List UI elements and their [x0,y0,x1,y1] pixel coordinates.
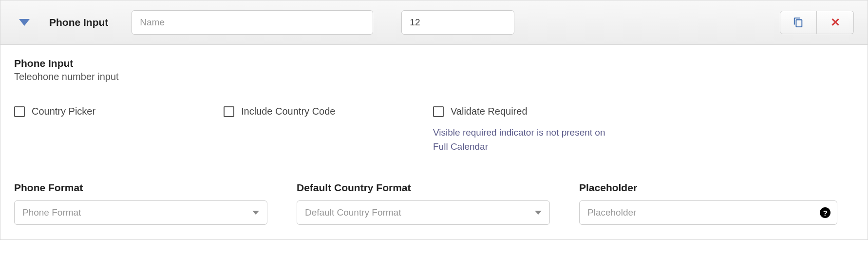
copy-icon [793,17,804,28]
placeholder-input[interactable] [579,200,837,225]
default-country-format-select[interactable]: Default Country Format [297,200,550,225]
help-icon[interactable]: ? [820,207,830,218]
default-country-format-label: Default Country Format [297,182,550,194]
collapse-toggle-icon[interactable] [19,19,30,26]
checkbox-box [14,106,25,117]
phone-input-panel: Phone Input ✕ Phone Input Teleohone numb… [0,0,868,240]
chevron-down-icon [535,211,542,215]
chevron-down-icon [252,211,259,215]
header-title: Phone Input [49,17,108,28]
panel-header: Phone Input ✕ [0,0,868,45]
copy-button[interactable] [780,11,817,34]
checkbox-label: Validate Required [451,106,528,117]
name-input[interactable] [132,10,373,35]
delete-button[interactable]: ✕ [817,11,854,34]
order-input[interactable] [401,10,514,35]
validate-required-checkbox[interactable]: Validate Required [433,106,642,117]
country-picker-checkbox[interactable]: Country Picker [14,106,224,117]
checkbox-box [224,106,234,117]
section-title: Phone Input [14,58,854,69]
checkbox-box [433,106,444,117]
include-country-code-checkbox[interactable]: Include Country Code [224,106,433,117]
select-placeholder: Default Country Format [305,207,401,218]
phone-format-select[interactable]: Phone Format [14,200,267,225]
checkbox-label: Country Picker [32,106,95,117]
placeholder-label: Placeholder [579,182,837,194]
header-actions: ✕ [780,11,854,34]
section-subtitle: Teleohone number input [14,71,854,82]
select-placeholder: Phone Format [22,207,81,218]
validate-required-help: Visible required indicator is not presen… [433,126,608,154]
field-row: Phone Format Phone Format Default Countr… [14,182,854,225]
panel-body: Phone Input Teleohone number input Count… [0,45,868,239]
close-icon: ✕ [830,17,840,28]
checkbox-label: Include Country Code [241,106,335,117]
phone-format-label: Phone Format [14,182,267,194]
checkbox-row: Country Picker Include Country Code Vali… [14,106,854,154]
